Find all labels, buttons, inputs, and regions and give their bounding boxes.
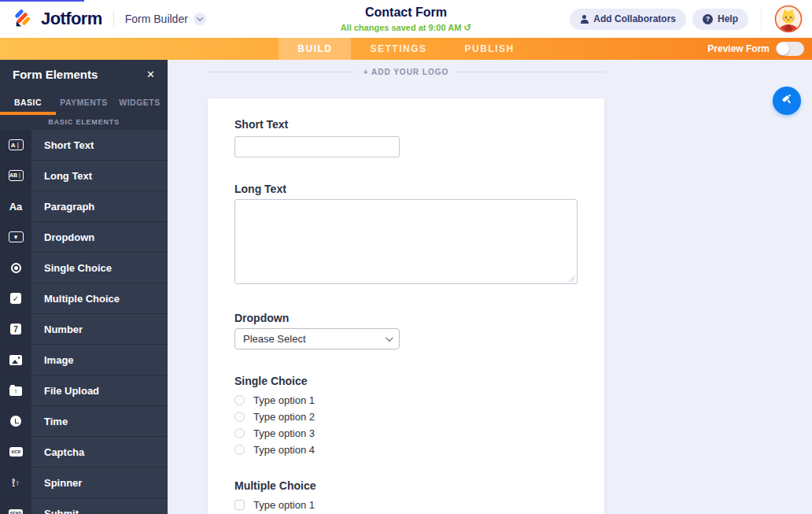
- element-paragraph[interactable]: Aa Paragraph: [0, 191, 168, 222]
- loading-progress-bar: [0, 0, 84, 2]
- dropdown-select[interactable]: Please Select: [234, 328, 400, 349]
- toggle-knob: [777, 43, 789, 55]
- form-title-block: Contact Form All changes saved at 9:00 A…: [341, 5, 472, 33]
- header-divider: [113, 10, 114, 28]
- long-text-icon: AB❘: [0, 161, 31, 190]
- element-short-text[interactable]: A❘ Short Text: [0, 130, 168, 161]
- question-mark-icon: ?: [703, 14, 713, 24]
- header-actions: Add Collaborators ? Help: [570, 5, 803, 33]
- single-choice-label: Single Choice: [234, 374, 578, 388]
- paint-roller-icon: [780, 92, 794, 109]
- chevron-down-icon: [194, 13, 206, 25]
- element-image[interactable]: Image: [0, 345, 168, 375]
- checkbox[interactable]: [234, 500, 245, 510]
- element-number[interactable]: 7 Number: [0, 314, 168, 345]
- builder-nav-tabs: BUILD SETTINGS PUBLISH: [279, 38, 533, 60]
- avatar[interactable]: [774, 5, 803, 33]
- radio-option[interactable]: Type option 3: [234, 425, 578, 442]
- dashed-line: [207, 72, 356, 72]
- form-designer-button[interactable]: [773, 87, 801, 115]
- paragraph-icon: Aa: [0, 191, 31, 221]
- form-title[interactable]: Contact Form: [341, 5, 472, 20]
- header-divider: [761, 6, 762, 31]
- preview-form-label: Preview Form: [707, 43, 770, 54]
- multiple-choice-label: Multiple Choice: [234, 479, 578, 493]
- element-submit[interactable]: SEND Submit: [0, 498, 168, 514]
- element-captcha[interactable]: VC8 Captcha: [0, 437, 168, 468]
- element-multiple-choice[interactable]: ✓ Multiple Choice: [0, 283, 168, 314]
- save-status: All changes saved at 9:00 AM↺: [341, 22, 472, 33]
- header: Jotform Form Builder Contact Form All ch…: [0, 0, 812, 38]
- logo-wordmark: Jotform: [41, 9, 102, 29]
- short-text-icon: A❘: [0, 130, 31, 160]
- close-icon[interactable]: ✕: [146, 68, 155, 80]
- undo-icon[interactable]: ↺: [463, 22, 471, 33]
- long-text-textarea[interactable]: [234, 199, 578, 284]
- tab-publish[interactable]: PUBLISH: [446, 38, 533, 60]
- preview-form-toggle[interactable]: [776, 42, 804, 56]
- captcha-icon: VC8: [0, 437, 31, 467]
- chevron-down-icon: [386, 334, 393, 342]
- short-text-input[interactable]: [234, 136, 400, 157]
- dropdown-selected-value: Please Select: [243, 333, 306, 345]
- single-choice-options: Type option 1 Type option 2 Type option …: [234, 392, 578, 458]
- app-switcher[interactable]: Form Builder: [125, 13, 206, 25]
- single-choice-icon: [0, 253, 31, 283]
- element-dropdown[interactable]: ▾ Dropdown: [0, 222, 168, 253]
- radio-button[interactable]: [234, 395, 245, 405]
- form-canvas: + ADD YOUR LOGO Short Text Long Text Dro…: [168, 60, 812, 514]
- jotform-logo-icon: [13, 7, 34, 31]
- submit-icon: SEND: [0, 498, 31, 514]
- dropdown-icon: ▾: [0, 222, 31, 252]
- element-file-upload[interactable]: ↑ File Upload: [0, 375, 168, 406]
- jotform-form-builder: Jotform Form Builder Contact Form All ch…: [0, 0, 812, 514]
- section-label: BASIC ELEMENTS: [0, 115, 168, 130]
- element-single-choice[interactable]: Single Choice: [0, 253, 168, 283]
- tab-build[interactable]: BUILD: [279, 38, 351, 60]
- dashed-line: [456, 72, 605, 72]
- time-icon: [0, 406, 31, 436]
- form-elements-panel: Form Elements ✕ BASIC PAYMENTS WIDGETS B…: [0, 60, 168, 514]
- preview-form-control: Preview Form: [707, 38, 804, 60]
- number-icon: 7: [0, 314, 31, 344]
- tab-payments[interactable]: PAYMENTS: [56, 89, 112, 115]
- person-icon: [580, 15, 589, 24]
- spinner-icon: 91↑: [0, 468, 31, 497]
- jotform-logo[interactable]: Jotform: [9, 7, 102, 31]
- radio-option[interactable]: Type option 4: [234, 442, 578, 458]
- builder-nav: BUILD SETTINGS PUBLISH Preview Form: [0, 38, 812, 60]
- checkbox-option[interactable]: Type option 1: [234, 497, 578, 513]
- radio-option[interactable]: Type option 1: [234, 392, 578, 409]
- radio-option[interactable]: Type option 2: [234, 409, 578, 425]
- radio-button[interactable]: [234, 428, 245, 438]
- radio-button[interactable]: [234, 445, 245, 455]
- file-upload-icon: ↑: [0, 375, 31, 405]
- tab-basic[interactable]: BASIC: [0, 89, 56, 115]
- element-long-text[interactable]: AB❘ Long Text: [0, 161, 168, 191]
- element-time[interactable]: Time: [0, 406, 168, 437]
- app-name: Form Builder: [125, 13, 188, 25]
- tab-settings[interactable]: SETTINGS: [351, 38, 445, 60]
- image-icon: [0, 345, 31, 375]
- element-spinner[interactable]: 91↑ Spinner: [0, 468, 168, 498]
- add-logo-button[interactable]: + ADD YOUR LOGO: [364, 68, 449, 76]
- multiple-choice-icon: ✓: [0, 283, 31, 313]
- help-button[interactable]: ? Help: [692, 9, 748, 30]
- add-logo-area: + ADD YOUR LOGO: [207, 68, 605, 76]
- radio-button[interactable]: [234, 412, 245, 422]
- dropdown-label: Dropdown: [234, 311, 578, 325]
- panel-title: Form Elements: [13, 68, 98, 81]
- multiple-choice-options: Type option 1: [234, 497, 578, 514]
- short-text-label: Short Text: [234, 117, 578, 131]
- tab-widgets[interactable]: WIDGETS: [112, 89, 168, 115]
- element-category-tabs: BASIC PAYMENTS WIDGETS: [0, 89, 168, 115]
- long-text-label: Long Text: [234, 182, 578, 196]
- add-collaborators-button[interactable]: Add Collaborators: [570, 9, 686, 30]
- form-elements-header: Form Elements ✕: [0, 60, 168, 89]
- form-card: Short Text Long Text Dropdown Please Sel…: [207, 98, 605, 514]
